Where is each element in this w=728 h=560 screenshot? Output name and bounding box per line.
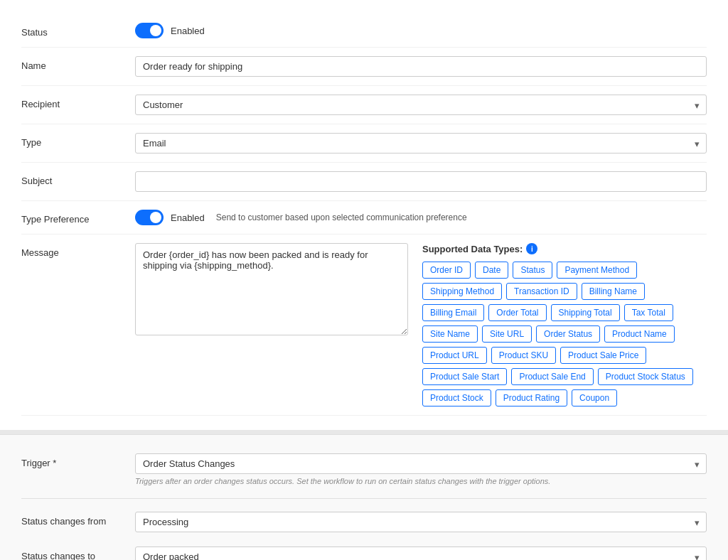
tag-shipping-method[interactable]: Shipping Method (422, 283, 502, 300)
tag-status[interactable]: Status (513, 262, 552, 279)
tag-transaction-id[interactable]: Transaction ID (506, 283, 577, 300)
status-changes-to-row: Status changes to Order packed Processin… (21, 539, 707, 560)
type-select[interactable]: Email SMS Push (135, 133, 707, 154)
status-changes-from-control: Processing Pending Completed Cancelled (135, 512, 707, 532)
message-textarea[interactable]: Order {order_id} has now been packed and… (135, 243, 408, 335)
status-toggle-wrapper: Enabled (135, 23, 707, 38)
tag-product-rating[interactable]: Product Rating (496, 389, 567, 406)
message-row: Message Order {order_id} has now been pa… (21, 235, 707, 416)
tag-product-sale-start[interactable]: Product Sale Start (422, 368, 507, 385)
trigger-section: Trigger * Order Status Changes Order Cre… (0, 434, 728, 560)
recipient-control: Customer Admin Guest (135, 95, 707, 115)
status-changes-from-select[interactable]: Processing Pending Completed Cancelled (135, 512, 707, 532)
type-preference-enabled-label: Enabled (171, 212, 205, 223)
tag-product-stock-status[interactable]: Product Stock Status (598, 368, 693, 385)
tag-order-total[interactable]: Order Total (488, 304, 546, 321)
recipient-select[interactable]: Customer Admin Guest (135, 95, 707, 115)
type-preference-description: Send to customer based upon selected com… (216, 212, 467, 222)
status-changes-to-select[interactable]: Order packed Processing Completed Cancel… (135, 546, 707, 560)
type-select-wrapper: Email SMS Push (135, 133, 707, 154)
recipient-row: Recipient Customer Admin Guest (21, 86, 707, 124)
type-preference-label: Type Preference (21, 210, 135, 225)
type-preference-slider (135, 210, 164, 225)
tag-product-sale-price[interactable]: Product Sale Price (560, 347, 646, 364)
name-control (135, 56, 707, 77)
trigger-label: Trigger * (21, 453, 135, 468)
tag-order-status[interactable]: Order Status (536, 325, 600, 343)
status-changes-from-select-wrapper: Processing Pending Completed Cancelled (135, 512, 707, 532)
tag-billing-email[interactable]: Billing Email (422, 304, 484, 321)
subject-control (135, 171, 707, 192)
tag-site-url[interactable]: Site URL (482, 325, 532, 343)
status-label: Status (21, 23, 135, 38)
tag-shipping-total[interactable]: Shipping Total (551, 304, 620, 321)
status-control: Enabled (135, 23, 707, 38)
type-label: Type (21, 133, 135, 148)
status-changes-to-select-wrapper: Order packed Processing Completed Cancel… (135, 546, 707, 560)
tag-product-sale-end[interactable]: Product Sale End (511, 368, 593, 385)
trigger-select-wrapper: Order Status Changes Order Created Order… (135, 453, 707, 474)
tag-product-name[interactable]: Product Name (604, 325, 675, 343)
type-control: Email SMS Push (135, 133, 707, 154)
toggle-slider (135, 23, 164, 38)
status-changes-to-control: Order packed Processing Completed Cancel… (135, 546, 707, 560)
supported-data-types-panel: Supported Data Types: i Order IDDateStat… (422, 243, 707, 406)
tags-container: Order IDDateStatusPayment MethodShipping… (422, 262, 707, 406)
tag-tax-total[interactable]: Tax Total (624, 304, 673, 321)
tag-product-stock[interactable]: Product Stock (422, 389, 491, 406)
recipient-select-wrapper: Customer Admin Guest (135, 95, 707, 115)
supported-data-types-title: Supported Data Types: i (422, 243, 707, 254)
status-toggle[interactable] (135, 23, 164, 38)
status-changes-from-row: Status changes from Processing Pending C… (21, 505, 707, 539)
trigger-control: Order Status Changes Order Created Order… (135, 453, 707, 485)
tag-order-id[interactable]: Order ID (422, 262, 471, 279)
status-row: Status Enabled (21, 14, 707, 48)
name-label: Name (21, 56, 135, 71)
trigger-help-text: Triggers after an order changes status o… (135, 477, 707, 485)
type-preference-toggle[interactable] (135, 210, 164, 225)
name-input[interactable] (135, 56, 707, 77)
status-changes-from-label: Status changes from (21, 512, 135, 527)
subject-row: Subject (21, 163, 707, 201)
status-changes-to-label: Status changes to (21, 546, 135, 560)
tag-coupon[interactable]: Coupon (572, 389, 617, 406)
trigger-select[interactable]: Order Status Changes Order Created Order… (135, 453, 707, 474)
tag-product-url[interactable]: Product URL (422, 347, 487, 364)
trigger-row: Trigger * Order Status Changes Order Cre… (21, 446, 707, 492)
tag-date[interactable]: Date (475, 262, 508, 279)
status-toggle-label: Enabled (171, 26, 205, 36)
tag-billing-name[interactable]: Billing Name (582, 283, 645, 300)
trigger-required-marker: * (50, 458, 57, 468)
type-preference-toggle-wrapper: Enabled Send to customer based upon sele… (135, 210, 707, 225)
tag-site-name[interactable]: Site Name (422, 325, 478, 343)
message-label: Message (21, 243, 135, 258)
name-row: Name (21, 48, 707, 86)
inner-divider (21, 498, 707, 499)
tag-product-sku[interactable]: Product SKU (491, 347, 556, 364)
subject-label: Subject (21, 171, 135, 186)
tag-payment-method[interactable]: Payment Method (557, 262, 637, 279)
recipient-label: Recipient (21, 95, 135, 109)
type-preference-row: Type Preference Enabled Send to customer… (21, 201, 707, 235)
info-icon: i (526, 243, 537, 254)
type-row: Type Email SMS Push (21, 124, 707, 163)
subject-input[interactable] (135, 171, 707, 192)
type-preference-control: Enabled Send to customer based upon sele… (135, 210, 707, 225)
message-textarea-wrapper: Order {order_id} has now been packed and… (135, 243, 408, 338)
